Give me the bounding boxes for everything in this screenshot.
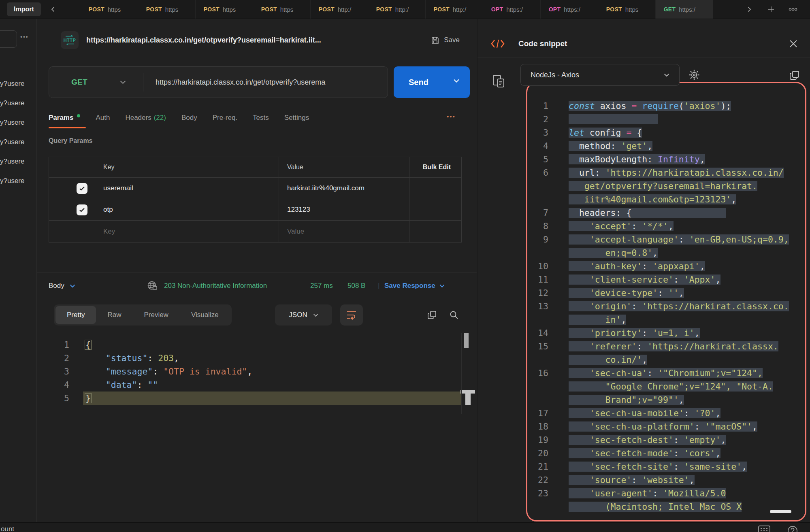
request-tab[interactable]: POSThttp:/ bbox=[426, 0, 483, 19]
tab-params[interactable]: Params bbox=[49, 114, 80, 123]
request-tab[interactable]: POSThttps bbox=[138, 0, 196, 19]
history-item[interactable]: y?usere bbox=[0, 177, 36, 196]
line-number: 12 bbox=[534, 286, 548, 300]
code-token: maxBodyLength: bbox=[569, 154, 658, 164]
param-checkbox[interactable] bbox=[77, 204, 87, 215]
code-line: 8 'accept': '*/*', bbox=[534, 219, 801, 233]
copy-snippet-button[interactable] bbox=[789, 70, 800, 81]
param-key-field[interactable]: otp bbox=[95, 199, 279, 220]
selected-text: 'sec-ch-ua-platform': '"macOS"', bbox=[569, 421, 757, 432]
save-response-button[interactable]: Save Response bbox=[384, 277, 445, 294]
snippet-language-dropdown[interactable]: NodeJs - Axios bbox=[520, 64, 680, 86]
code-token: = bbox=[631, 101, 642, 111]
code-token: ); bbox=[720, 101, 731, 111]
response-body-editor[interactable]: 1{2 "status": 203,3 "message": "OTP is i… bbox=[37, 336, 477, 405]
gear-icon[interactable] bbox=[688, 69, 700, 81]
line-number: 2 bbox=[37, 351, 69, 365]
sidebar-search-box[interactable] bbox=[0, 30, 17, 48]
request-tab[interactable]: GEThttps:/ bbox=[656, 0, 713, 19]
tabs-scroll-right-button[interactable] bbox=[740, 3, 758, 16]
selected-text: 'user-agent': 'Mozilla/5.0 (Macintosh; I… bbox=[569, 488, 742, 512]
history-item[interactable]: y?usere bbox=[0, 99, 36, 119]
view-tab-pretty[interactable]: Pretty bbox=[55, 306, 96, 324]
line-number: 1 bbox=[37, 338, 69, 351]
help-icon[interactable] bbox=[787, 526, 798, 532]
save-button[interactable]: Save bbox=[431, 36, 460, 45]
line-number: 6 bbox=[534, 166, 548, 179]
request-tab[interactable]: POSThttps bbox=[81, 0, 138, 19]
send-button[interactable]: Send bbox=[394, 66, 470, 98]
tab-auth[interactable]: Auth bbox=[96, 114, 110, 123]
view-tab-raw[interactable]: Raw bbox=[96, 306, 132, 324]
history-item[interactable]: y?usere bbox=[0, 157, 36, 177]
tab-prereq[interactable]: Pre-req. bbox=[213, 114, 237, 123]
keyboard-shortcuts-icon[interactable] bbox=[758, 526, 770, 532]
param-checkbox[interactable] bbox=[77, 183, 87, 194]
line-content: method: 'get', bbox=[569, 139, 799, 153]
snippet-code-area[interactable]: 1const axios = require('axios');2 3let c… bbox=[526, 82, 806, 521]
request-tab[interactable]: POSThttps bbox=[196, 0, 253, 19]
code-token: 'sec-ch-ua-mobile' bbox=[590, 408, 684, 418]
request-tab[interactable]: POSThttp:/ bbox=[311, 0, 368, 19]
code-line: 15 'referer': 'https://harkirat.classx. … bbox=[534, 340, 801, 366]
request-tab[interactable]: OPThttps:/ bbox=[483, 0, 541, 19]
request-tab[interactable]: POSThttp:/ bbox=[368, 0, 426, 19]
request-tab[interactable]: POSThttps bbox=[253, 0, 311, 19]
sidebar-more-icon[interactable]: ••• bbox=[20, 34, 29, 40]
close-icon[interactable] bbox=[789, 39, 798, 48]
method-selector[interactable]: GET bbox=[49, 67, 143, 98]
line-number: 3 bbox=[534, 126, 548, 139]
request-tab[interactable]: POSThttps bbox=[598, 0, 656, 19]
line-content: 'source': 'website', bbox=[569, 473, 799, 487]
param-value-field[interactable]: Value bbox=[279, 221, 409, 242]
tab-label: Headers bbox=[125, 114, 151, 121]
param-value-field[interactable]: harkirat.iitr%40gmail.com bbox=[279, 178, 409, 199]
code-token: , bbox=[715, 408, 720, 418]
save-icon bbox=[431, 36, 439, 45]
tabs-scroll-left-button[interactable] bbox=[50, 6, 68, 13]
search-response-button[interactable] bbox=[449, 310, 459, 320]
response-format-dropdown[interactable]: JSON bbox=[275, 304, 332, 326]
new-tab-button[interactable] bbox=[762, 3, 780, 16]
code-token: : bbox=[674, 275, 684, 285]
history-item[interactable]: y?usere bbox=[0, 119, 36, 138]
tab-tests[interactable]: Tests bbox=[253, 114, 269, 123]
view-tab-preview[interactable]: Preview bbox=[132, 306, 179, 324]
code-line: 10 'auth-key': 'appxapi', bbox=[534, 260, 801, 273]
horizontal-scrollbar[interactable] bbox=[770, 510, 791, 513]
divider bbox=[736, 4, 736, 15]
snippet-doc-icon[interactable] bbox=[492, 74, 506, 89]
copy-response-button[interactable] bbox=[427, 310, 437, 320]
code-token: , bbox=[700, 261, 705, 271]
code-token: : bbox=[684, 408, 695, 418]
body-label: Body bbox=[49, 282, 64, 290]
request-tab[interactable]: OPThttps:/ bbox=[541, 0, 598, 19]
bulk-edit-button[interactable]: Bulk Edit bbox=[409, 157, 461, 177]
param-key-field[interactable]: Key bbox=[95, 221, 279, 242]
request-tabs-more-icon[interactable]: ••• bbox=[447, 113, 456, 120]
tab-url-label: http:/ bbox=[338, 6, 351, 13]
tab-body[interactable]: Body bbox=[181, 114, 197, 123]
code-token: Infinity bbox=[658, 154, 700, 164]
editor-scrollbar[interactable] bbox=[464, 333, 469, 348]
chevron-right-icon bbox=[746, 6, 752, 13]
code-line: 5} bbox=[37, 392, 477, 405]
tab-settings[interactable]: Settings bbox=[284, 114, 309, 123]
wrap-lines-button[interactable] bbox=[340, 304, 363, 326]
view-tab-visualize[interactable]: Visualize bbox=[180, 306, 230, 324]
history-item[interactable]: y?usere bbox=[0, 80, 36, 99]
tab-headers[interactable]: Headers(22) bbox=[125, 114, 166, 123]
code-line: 12 'device-type': '', bbox=[534, 286, 801, 300]
response-body-dropdown[interactable]: Body bbox=[49, 277, 75, 294]
url-input[interactable]: https://harkiratapi.classx.co.in/get/otp… bbox=[143, 78, 388, 87]
response-toolbar-icons bbox=[427, 304, 459, 326]
param-key-field[interactable]: useremail bbox=[95, 178, 279, 199]
tab-options-button[interactable] bbox=[784, 3, 802, 16]
response-time: 257 ms bbox=[310, 277, 333, 294]
import-button[interactable]: Import bbox=[7, 2, 41, 16]
history-item[interactable]: y?usere bbox=[0, 138, 36, 157]
param-value-field[interactable]: 123123 bbox=[279, 199, 409, 220]
line-content: 'sec-fetch-mode': 'cors', bbox=[569, 447, 799, 460]
code-token: : bbox=[147, 353, 158, 363]
wrap-text-icon bbox=[346, 310, 357, 320]
